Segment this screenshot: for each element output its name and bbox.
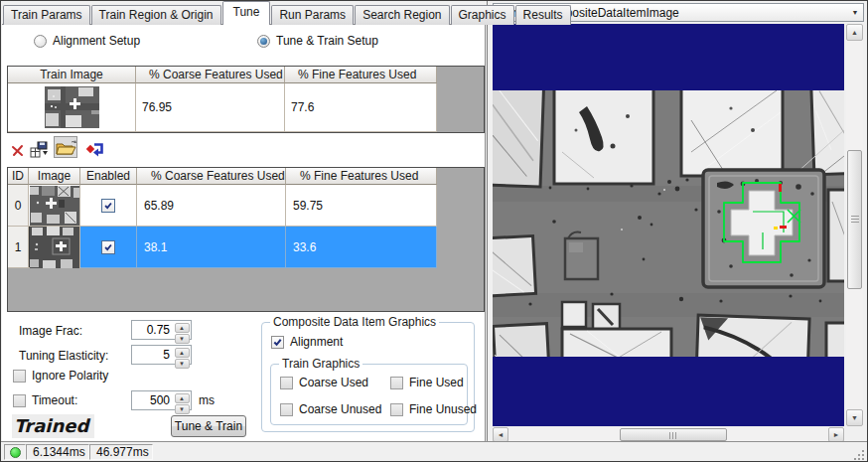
- import-icon[interactable]: [83, 138, 107, 160]
- tuning-elasticity-label: Tuning Elasticity:: [19, 349, 108, 363]
- tuning-elasticity-value: 5: [163, 348, 170, 362]
- spin-down-icon[interactable]: ▼: [175, 334, 190, 344]
- column-header-enabled[interactable]: Enabled: [80, 168, 137, 185]
- timeout-checkbox[interactable]: [13, 394, 26, 407]
- image-row-0[interactable]: 0: [8, 185, 484, 227]
- horizontal-scrollbar[interactable]: ◄ ►: [493, 427, 844, 442]
- composite-graphics-group-title: Composite Data Item Graphics: [270, 315, 439, 329]
- ignore-polarity-label: Ignore Polarity: [32, 369, 108, 383]
- enabled-checkbox[interactable]: [101, 240, 115, 254]
- spin-buttons: ▲▼: [174, 347, 190, 363]
- spin-buttons: ▲▼: [174, 322, 190, 338]
- column-header-coarse[interactable]: % Coarse Features Used: [136, 67, 285, 83]
- image-frac-value: 0.75: [147, 323, 170, 337]
- coarse-unused-label: Coarse Unused: [299, 402, 381, 416]
- spin-up-icon[interactable]: ▲: [175, 393, 190, 403]
- check-icon: [272, 337, 283, 348]
- train-graphics-group: Train Graphics Coarse Used Fine Used Coa…: [270, 364, 468, 425]
- radio-dot: [260, 38, 267, 45]
- tuning-images-table: ID Image Enabled % Coarse Features Used …: [7, 167, 485, 312]
- tab-run-params[interactable]: Run Params: [271, 5, 354, 25]
- column-header-image[interactable]: Image: [29, 168, 80, 185]
- coarse-used-label: Coarse Used: [299, 376, 368, 389]
- spin-buttons: ▲▼: [174, 392, 190, 408]
- image-database-icon[interactable]: [28, 138, 52, 160]
- spin-down-icon[interactable]: ▼: [175, 359, 190, 369]
- train-graphics-group-title: Train Graphics: [279, 357, 362, 371]
- tab-graphics[interactable]: Graphics: [451, 5, 514, 25]
- row-image-cell: [29, 227, 80, 268]
- enabled-cell: [80, 185, 137, 227]
- image-frac-spinner[interactable]: 0.75 ▲▼: [131, 320, 192, 340]
- fine-unused-label: Fine Unused: [409, 402, 477, 416]
- vision-tool-window: Train Params Train Region & Origin Tune …: [0, 0, 868, 462]
- trained-status-label: Trained: [12, 414, 94, 438]
- fine-features-value: 59.75: [286, 185, 437, 227]
- wafer-image: [493, 90, 844, 357]
- thumb-grip: [851, 216, 859, 217]
- column-header-train-image[interactable]: Train Image: [8, 67, 136, 83]
- chevron-down-icon[interactable]: ▼: [847, 4, 863, 21]
- column-header-fine[interactable]: % Fine Features Used: [286, 168, 437, 185]
- scroll-down-icon[interactable]: ▼: [846, 409, 863, 426]
- tune-train-setup-radio[interactable]: [257, 35, 270, 48]
- thumb-grip: [669, 432, 670, 439]
- train-image-cell: [8, 83, 136, 132]
- status-time1-cell: 6.1344ms: [26, 444, 89, 460]
- status-indicator-cell: [4, 444, 26, 460]
- timeout-units-label: ms: [199, 393, 215, 407]
- alignment-checkbox[interactable]: [271, 336, 284, 349]
- tab-search-region[interactable]: Search Region: [355, 5, 449, 25]
- status-green-indicator: [10, 447, 21, 458]
- fine-used-checkbox[interactable]: [390, 377, 403, 389]
- image-display-panel: Current.CompositeDataItemImage ▼: [487, 1, 868, 441]
- status-bar: 6.1344ms 46.977ms: [1, 441, 867, 462]
- column-header-fine[interactable]: % Fine Features Used: [285, 67, 437, 83]
- vertical-scrollbar-thumb[interactable]: [847, 150, 862, 289]
- tune-train-setup-label: Tune & Train Setup: [276, 34, 378, 48]
- fine-unused-checkbox[interactable]: [390, 403, 403, 416]
- tab-results[interactable]: Results: [515, 5, 571, 25]
- timeout-label: Timeout:: [32, 393, 77, 407]
- tuning-elasticity-spinner[interactable]: 5 ▲▼: [131, 345, 192, 365]
- tab-train-region-origin[interactable]: Train Region & Origin: [91, 5, 221, 25]
- coarse-unused-checkbox[interactable]: [280, 403, 293, 416]
- vertical-scrollbar[interactable]: ▲ ▼: [846, 24, 863, 426]
- spin-down-icon[interactable]: ▼: [175, 404, 190, 414]
- train-table-row[interactable]: 76.95 77.6: [8, 83, 484, 132]
- train-result-table: Train Image % Coarse Features Used % Fin…: [7, 66, 485, 133]
- horizontal-scrollbar-thumb[interactable]: [620, 428, 727, 441]
- tab-train-params[interactable]: Train Params: [3, 5, 90, 25]
- spin-up-icon[interactable]: ▲: [175, 323, 190, 333]
- column-header-id[interactable]: ID: [8, 168, 29, 185]
- column-header-coarse[interactable]: % Coarse Features Used: [137, 168, 286, 185]
- image-viewport[interactable]: [493, 24, 844, 426]
- image-row-1-selected[interactable]: 1: [8, 227, 484, 268]
- coarse-features-value: 65.89: [137, 185, 286, 227]
- scroll-left-icon[interactable]: ◄: [493, 427, 508, 442]
- delete-icon[interactable]: [6, 139, 30, 161]
- scroll-right-icon[interactable]: ►: [828, 427, 844, 442]
- status-time1: 6.1344ms: [27, 445, 85, 459]
- row-image-cell: [29, 185, 80, 227]
- alignment-setup-radio[interactable]: [34, 35, 47, 48]
- open-folder-icon[interactable]: [54, 136, 77, 158]
- row-id: 0: [8, 185, 29, 227]
- coarse-features-value: 76.95: [136, 83, 285, 132]
- fine-features-value: 77.6: [285, 83, 437, 132]
- scroll-up-icon[interactable]: ▲: [846, 24, 863, 41]
- enabled-checkbox[interactable]: [101, 199, 115, 213]
- coarse-used-checkbox[interactable]: [280, 377, 293, 389]
- tune-tab-page: Alignment Setup Tune & Train Setup Train…: [2, 24, 486, 441]
- spin-up-icon[interactable]: ▲: [175, 348, 190, 358]
- tune-and-train-button[interactable]: Tune & Train: [171, 415, 246, 437]
- tuning-image-thumbnail-1: [30, 227, 79, 268]
- check-icon: [103, 242, 113, 252]
- ignore-polarity-checkbox[interactable]: [13, 370, 26, 383]
- alignment-checkbox-label: Alignment: [290, 335, 343, 349]
- train-image-thumbnail: [45, 86, 99, 128]
- tab-tune[interactable]: Tune: [222, 1, 271, 25]
- timeout-spinner[interactable]: 500 ▲▼: [131, 390, 192, 410]
- resize-grip[interactable]: [862, 458, 864, 460]
- check-icon: [103, 201, 113, 211]
